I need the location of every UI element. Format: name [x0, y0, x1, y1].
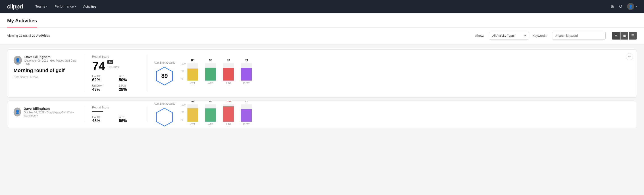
round-score-row-1: 74 +4 18 Holes — [92, 60, 140, 72]
bar-ott-2: 94 OTT — [188, 101, 198, 126]
gir-value-2: 56% — [119, 118, 140, 123]
activity-type-select[interactable]: All Activity Types — [489, 32, 529, 40]
card-stats-2: Round Score FW Hit 43% GIR 56% — [85, 107, 148, 122]
fw-hit-label-2: FW Hit — [92, 115, 114, 118]
avatar-person-icon: 👤 — [15, 58, 20, 63]
logo[interactable]: clippd — [7, 3, 23, 10]
bar-chart-1: 85 OTT 90 APP 89 — [188, 62, 252, 84]
gir-group: GIR 50% — [119, 74, 140, 82]
bar-arg-value: 89 — [227, 58, 230, 62]
nav-teams[interactable]: Teams ▾ — [36, 0, 48, 13]
teams-chevron-icon: ▾ — [46, 5, 48, 8]
bar-arg-value-2: 106 — [226, 101, 231, 103]
gir-group-2: GIR 56% — [119, 115, 140, 123]
bar-app-2: 93 APP — [205, 101, 216, 126]
bar-putt-track — [241, 63, 252, 80]
user-name-2: Dave Billingham — [24, 107, 78, 110]
bar-chart-2: 94 OTT 93 APP 106 — [188, 103, 252, 126]
sub-header: My Activities — [0, 13, 644, 28]
bar-putt-2: 87 PUTT — [241, 101, 252, 126]
avatar-1: 👤 — [14, 56, 22, 65]
edit-button-1[interactable]: ✏ — [626, 53, 633, 60]
updown-group: Up/Down 43% — [92, 84, 114, 92]
bar-arg-track — [223, 63, 234, 80]
user-details-2: Dave Billingham October 16, 2021 · Gog M… — [24, 107, 78, 117]
performance-chevron-icon: ▾ — [75, 5, 76, 8]
page-title: My Activities — [7, 13, 37, 28]
round-score-label-1: Round Score — [92, 55, 140, 58]
chart-wrapper-2: 100 50 0 94 OTT 93 — [182, 103, 252, 126]
card-quality-1: Avg Shot Quality 89 100 50 0 85 — [148, 55, 630, 92]
compact-view-icon: ☰ — [631, 34, 634, 38]
viewing-count: 12 — [19, 34, 22, 38]
search-input[interactable] — [552, 32, 606, 40]
avg-shot-title-1: Avg Shot Quality — [154, 61, 176, 64]
fw-hit-group-2: FW Hit 43% — [92, 115, 114, 123]
one-putt-label-1: 1 Putt — [119, 84, 140, 87]
logo-text2: d — [20, 3, 23, 10]
bar-arg-1: 89 ARG — [223, 58, 234, 84]
user-info-2: 👤 Dave Billingham October 16, 2021 · Gog… — [14, 107, 78, 117]
avatar-2: 👤 — [14, 108, 21, 116]
compact-view-button[interactable]: ☰ — [629, 32, 637, 40]
bar-app-1: 90 APP — [205, 58, 216, 84]
bar-app-label: APP — [208, 82, 213, 84]
bar-app-track-2 — [205, 104, 216, 122]
add-button[interactable]: ⊕ — [610, 4, 614, 9]
bar-arg-label: ARG — [226, 82, 231, 84]
bar-app-track — [205, 63, 216, 80]
avg-shot-section-2: Avg Shot Quality — [154, 102, 176, 127]
svg-marker-1 — [156, 108, 172, 126]
hexagon-container-2 — [154, 107, 174, 127]
viewing-text: Viewing 12 out of 29 Activities — [7, 34, 50, 38]
activity-title-1: Morning round of golf — [14, 68, 78, 74]
nav-performance[interactable]: Performance ▾ — [55, 0, 76, 13]
avatar-button[interactable]: 👤 ▾ — [627, 3, 637, 10]
score-number-1: 74 — [92, 60, 105, 72]
avatar: 👤 — [627, 3, 634, 10]
list-view-button[interactable]: ≡ — [612, 32, 620, 40]
avatar-person-icon-2: 👤 — [15, 110, 20, 114]
bar-ott-1: 85 OTT — [188, 58, 198, 84]
navbar: clippd Teams ▾ Performance ▾ Activities … — [0, 0, 644, 13]
grid-view-button[interactable]: ⊞ — [620, 32, 628, 40]
hexagon-svg-2 — [155, 107, 174, 127]
bar-ott-value-2: 94 — [191, 101, 194, 103]
bar-ott-label: OTT — [190, 82, 195, 84]
nav-activities[interactable]: Activities — [83, 0, 96, 13]
card-left-2: 👤 Dave Billingham October 16, 2021 · Gog… — [14, 107, 85, 122]
bar-ott-value: 85 — [191, 58, 194, 62]
card-stats-1: Round Score 74 +4 18 Holes FW Hit 62% GI… — [85, 55, 148, 92]
refresh-button[interactable]: ↺ — [619, 4, 622, 9]
viewing-total: 29 — [32, 34, 36, 38]
hex-number-1: 89 — [161, 72, 168, 80]
grid-view-icon: ⊞ — [623, 34, 626, 38]
nav-activities-label: Activities — [83, 4, 96, 8]
refresh-icon: ↺ — [619, 4, 622, 9]
avatar-icon: 👤 — [628, 4, 633, 9]
keywords-label: Keywords: — [533, 34, 547, 38]
sub-stats-2: FW Hit 43% GIR 56% — [92, 115, 140, 123]
bar-ott-track — [188, 63, 198, 80]
bar-arg-fill — [223, 68, 234, 80]
add-icon: ⊕ — [610, 4, 614, 9]
filter-bar: Viewing 12 out of 29 Activities Show: Al… — [0, 28, 644, 44]
bar-putt-fill — [241, 68, 252, 80]
fw-hit-group: FW Hit 62% — [92, 74, 114, 82]
logo-text: clipp — [7, 3, 20, 10]
bar-ott-fill — [188, 68, 198, 80]
bar-ott-track-2 — [188, 104, 198, 122]
gir-label-2: GIR — [119, 115, 140, 118]
bar-arg-2: 106 ARG — [223, 101, 234, 126]
nav-performance-label: Performance — [55, 4, 74, 8]
chart-wrapper-1: 100 50 0 85 OTT 90 — [182, 62, 252, 84]
bar-app-fill — [205, 68, 216, 80]
activities-list: 👤 Dave Billingham December 05, 2021 · Go… — [0, 44, 644, 133]
bar-putt-track-2 — [241, 104, 252, 122]
hexagon-container-1: 89 — [154, 66, 174, 86]
sub-stats-1: FW Hit 62% GIR 50% Up/Down 43% 1 Putt 28… — [92, 74, 140, 92]
user-date-1: December 05, 2021 · Gog Magog Golf Club … — [24, 59, 78, 65]
updown-value-1: 43% — [92, 87, 114, 92]
y-axis-2: 100 50 0 — [182, 103, 186, 121]
gir-label-1: GIR — [119, 74, 140, 78]
